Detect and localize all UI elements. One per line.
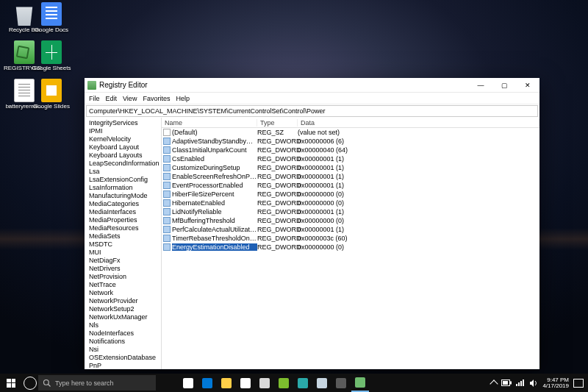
taskbar-steam[interactable] xyxy=(313,374,331,392)
tray-overflow-icon[interactable] xyxy=(490,379,498,388)
value-data: 0x0000003c (60) xyxy=(298,235,539,242)
value-row[interactable]: TimerRebaseThresholdOnDripsExitREG_DWORD… xyxy=(162,234,539,243)
cortana-icon[interactable] xyxy=(24,377,37,390)
value-list[interactable]: Name Type Data (Default)REG_SZ(value not… xyxy=(162,118,539,369)
tree-node[interactable]: NetProvision xyxy=(89,273,161,281)
tree-node[interactable]: NetDiagFx xyxy=(89,257,161,265)
address-bar[interactable]: Computer\HKEY_LOCAL_MACHINE\SYSTEM\Curre… xyxy=(86,105,538,117)
menu-help[interactable]: Help xyxy=(176,95,190,102)
tree-node[interactable]: ManufacturingMode xyxy=(89,192,161,200)
tree-node[interactable]: OSExtensionDatabase xyxy=(89,354,161,362)
svg-rect-8 xyxy=(523,379,524,386)
tree-node[interactable]: Lsa xyxy=(89,168,161,176)
close-button[interactable]: ✕ xyxy=(516,78,539,93)
value-row[interactable]: (Default)REG_SZ(value not set) xyxy=(162,128,539,137)
tree-node[interactable]: NetTrace xyxy=(89,281,161,289)
value-row[interactable]: CustomizeDuringSetupREG_DWORD0x00000001 … xyxy=(162,163,539,172)
value-icon xyxy=(163,182,171,189)
value-type: REG_DWORD xyxy=(257,155,298,163)
value-name: EventProcessorEnabled xyxy=(172,182,257,189)
tree-node[interactable]: NetworkProvider xyxy=(89,297,161,305)
maximize-button[interactable]: ▢ xyxy=(492,78,516,93)
tree-node[interactable]: MediaSets xyxy=(89,232,161,240)
col-type[interactable]: Type xyxy=(257,119,298,126)
taskbar-regedit[interactable] xyxy=(351,374,369,392)
tree-node[interactable]: PnP xyxy=(89,362,161,369)
start-button[interactable] xyxy=(0,374,22,392)
icon-label: Google Slides xyxy=(31,104,72,110)
tree-node[interactable]: Nsi xyxy=(89,346,161,354)
tree-node[interactable]: LsaInformation xyxy=(89,184,161,192)
tree-node[interactable]: IntegrityServices xyxy=(89,119,161,127)
desktop-icon-google-sheets[interactable]: Google Sheets xyxy=(31,40,72,72)
tree-node[interactable]: NetDrivers xyxy=(89,265,161,273)
minimize-button[interactable]: — xyxy=(469,78,492,93)
value-row[interactable]: Class1InitialUnparkCountREG_DWORD0x00000… xyxy=(162,146,539,154)
value-name: HiberFileSizePercent xyxy=(172,190,257,198)
list-header[interactable]: Name Type Data xyxy=(162,118,539,128)
tree-node[interactable]: MediaInterfaces xyxy=(89,208,161,216)
menu-favorites[interactable]: Favorites xyxy=(143,95,170,102)
value-data: 0x00000000 (0) xyxy=(298,217,539,224)
tree-node[interactable]: Network xyxy=(89,289,161,297)
tree-node[interactable]: Keyboard Layout xyxy=(89,143,161,152)
store-icon xyxy=(240,378,251,388)
menu-view[interactable]: View xyxy=(123,95,137,102)
regedit-icon xyxy=(355,377,365,388)
taskbar-app-teal[interactable] xyxy=(294,374,312,392)
tree-node[interactable]: MediaProperties xyxy=(89,216,161,224)
tree-node[interactable]: NodeInterfaces xyxy=(89,329,161,338)
menu-file[interactable]: File xyxy=(89,95,100,102)
battery-icon[interactable] xyxy=(501,379,512,387)
app-green-icon xyxy=(279,378,289,388)
key-tree[interactable]: IntegrityServicesIPMIKernelVelocityKeybo… xyxy=(85,118,162,369)
value-row[interactable]: EventProcessorEnabledREG_DWORD0x00000001… xyxy=(162,181,539,190)
value-row[interactable]: CsEnabledREG_DWORD0x00000001 (1) xyxy=(162,154,539,163)
tree-node[interactable]: KernelVelocity xyxy=(89,135,161,143)
tree-node[interactable]: NetworkUxManager xyxy=(89,313,161,321)
desktop-icon-google-docs[interactable]: Google Docs xyxy=(31,2,72,34)
col-data[interactable]: Data xyxy=(298,119,539,126)
taskbar-app-dark[interactable] xyxy=(332,374,350,392)
action-center-icon[interactable] xyxy=(573,379,584,388)
tree-node[interactable]: Nls xyxy=(89,321,161,329)
value-row[interactable]: HiberFileSizePercentREG_DWORD0x00000000 … xyxy=(162,190,539,199)
value-data: 0x00000000 (0) xyxy=(298,243,539,251)
tree-node[interactable]: MediaResources xyxy=(89,224,161,232)
taskbar-file-explorer[interactable] xyxy=(218,374,235,392)
search-box[interactable]: Type here to search xyxy=(38,375,156,391)
clock[interactable]: 9:47 PM 4/17/2019 xyxy=(542,377,569,389)
address-text: Computer\HKEY_LOCAL_MACHINE\SYSTEM\Curre… xyxy=(89,107,326,115)
tree-node[interactable]: LeapSecondInformation xyxy=(89,160,161,168)
tree-node[interactable]: NetworkSetup2 xyxy=(89,305,161,313)
network-icon[interactable] xyxy=(516,379,525,387)
value-row[interactable]: HibernateEnabledREG_DWORD0x00000000 (0) xyxy=(162,199,539,207)
taskbar-store[interactable] xyxy=(237,374,254,392)
tree-node[interactable]: MSDTC xyxy=(89,240,161,249)
value-row[interactable]: EnableScreenRefreshOnPowerButtonLon...RE… xyxy=(162,172,539,181)
value-row[interactable]: PerfCalculateActualUtilizationREG_DWORD0… xyxy=(162,225,539,234)
taskbar-task-view[interactable] xyxy=(179,374,197,392)
value-row[interactable]: AdaptiveStandbyStandbyBudgetAvgInter...R… xyxy=(162,137,539,146)
col-name[interactable]: Name xyxy=(162,119,257,126)
value-name: TimerRebaseThresholdOnDripsExit xyxy=(172,235,257,242)
svg-line-1 xyxy=(49,384,51,386)
tree-node[interactable]: MediaCategories xyxy=(89,200,161,208)
titlebar[interactable]: Registry Editor — ▢ ✕ xyxy=(85,78,539,93)
tree-node[interactable]: Keyboard Layouts xyxy=(89,152,161,160)
desktop-icon-google-slides[interactable]: Google Slides xyxy=(31,79,72,110)
value-row[interactable]: EnergyEstimationDisabledREG_DWORD0x00000… xyxy=(162,243,539,252)
volume-icon[interactable] xyxy=(529,379,538,388)
tree-node[interactable]: MUI xyxy=(89,249,161,257)
value-type: REG_DWORD xyxy=(257,243,298,251)
tree-node[interactable]: IPMI xyxy=(89,127,161,135)
taskbar-app-green[interactable] xyxy=(275,374,293,392)
tree-node[interactable]: Notifications xyxy=(89,338,161,346)
taskbar-mail[interactable] xyxy=(256,374,273,392)
value-row[interactable]: LidNotifyReliableREG_DWORD0x00000001 (1) xyxy=(162,207,539,216)
menu-edit[interactable]: Edit xyxy=(106,95,118,102)
tree-node[interactable]: LsaExtensionConfig xyxy=(89,176,161,184)
value-row[interactable]: MfBufferingThresholdREG_DWORD0x00000000 … xyxy=(162,216,539,225)
taskbar-edge[interactable] xyxy=(198,374,216,392)
app-teal-icon xyxy=(298,378,308,388)
